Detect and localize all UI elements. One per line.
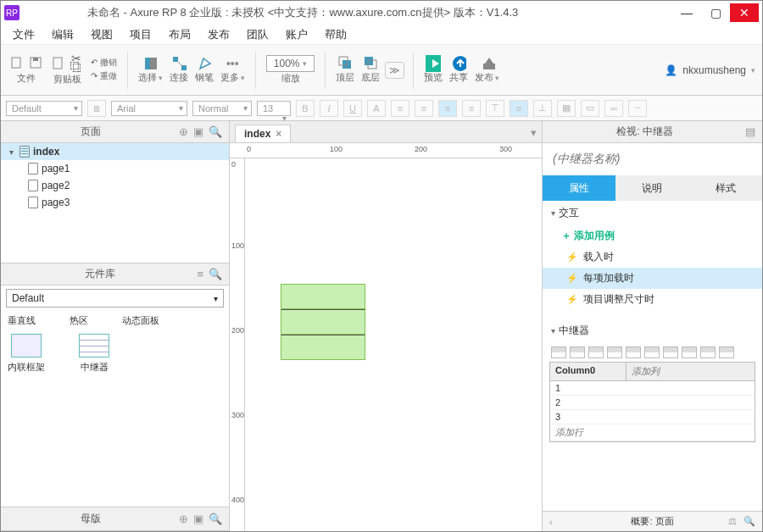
menu-publish[interactable]: 发布	[199, 25, 238, 44]
canvas-menu-icon[interactable]: ▾	[531, 126, 537, 139]
rep-tb-btn[interactable]	[682, 346, 697, 358]
rep-tb-btn[interactable]	[663, 346, 678, 358]
bold-button[interactable]: B	[296, 100, 315, 117]
line-style-button[interactable]: ┈	[628, 100, 647, 117]
fill-color-button[interactable]: ▦	[557, 100, 576, 117]
search-icon[interactable]: 🔍	[744, 516, 755, 527]
preview-icon[interactable]	[426, 56, 441, 71]
repeater-data-table[interactable]: Column0 添加列 1 2 3 添加行	[549, 362, 755, 442]
section-repeater[interactable]: 中继器	[543, 319, 762, 343]
rep-tb-btn[interactable]	[626, 346, 641, 358]
repeater-row[interactable]	[281, 309, 365, 335]
event-item-resize[interactable]: ⚡项目调整尺寸时	[543, 289, 762, 310]
page-row-page3[interactable]: page3	[1, 194, 229, 211]
align-center-button[interactable]: ≡	[438, 100, 457, 117]
widget-name-input[interactable]: (中继器名称)	[543, 143, 762, 175]
rep-tb-btn[interactable]	[551, 346, 566, 358]
add-case-button[interactable]: ＋ 添加用例	[543, 225, 762, 247]
lib-menu-icon[interactable]: ≡	[197, 268, 203, 280]
style-select[interactable]: Default	[6, 101, 82, 116]
add-master-icon[interactable]: ⊕	[179, 513, 188, 525]
pen-icon[interactable]	[197, 56, 212, 71]
chevron-left-icon[interactable]: ‹	[549, 517, 553, 527]
connect-icon[interactable]	[171, 56, 187, 71]
menu-file[interactable]: 文件	[4, 25, 43, 44]
line-width-button[interactable]: ═	[604, 100, 623, 117]
save-icon[interactable]	[28, 55, 43, 70]
widget-iframe[interactable]: 内联框架	[8, 334, 45, 374]
publish-icon[interactable]	[480, 56, 495, 71]
redo-button[interactable]: ↷ 重做	[91, 70, 117, 82]
undo-button[interactable]: ↶ 撤销	[91, 57, 117, 69]
tab-style[interactable]: 样式	[689, 175, 762, 201]
event-onload[interactable]: ⚡载入时	[543, 247, 762, 268]
close-button[interactable]: ✕	[730, 3, 759, 22]
rep-tb-btn[interactable]	[570, 346, 585, 358]
repeater-widget[interactable]	[281, 284, 365, 360]
font-select[interactable]: Arial	[111, 101, 187, 116]
italic-button[interactable]: I	[320, 100, 338, 117]
inspector-settings-icon[interactable]: ▤	[745, 125, 755, 138]
align-left-button[interactable]: ≡	[415, 100, 433, 117]
search-icon[interactable]: 🔍	[209, 268, 222, 280]
valign-bottom-button[interactable]: ⊥	[533, 100, 552, 117]
tab-notes[interactable]: 说明	[615, 175, 688, 201]
close-tab-icon[interactable]: ×	[276, 128, 281, 140]
page-row-page2[interactable]: page2	[1, 177, 229, 194]
menu-edit[interactable]: 编辑	[43, 25, 82, 44]
table-row[interactable]: 2	[550, 396, 755, 410]
bullet-button[interactable]: ≡	[391, 100, 409, 117]
rep-tb-btn[interactable]	[644, 346, 660, 358]
maximize-button[interactable]: ▢	[701, 3, 730, 22]
align-right-button[interactable]: ≡	[462, 100, 481, 117]
canvas[interactable]	[245, 158, 542, 531]
column-header[interactable]: Column0	[550, 363, 627, 380]
menu-team[interactable]: 团队	[238, 25, 277, 44]
collapse-icon[interactable]: ▾	[6, 147, 16, 157]
user-menu[interactable]: 👤 nkxumusheng ▾	[665, 64, 755, 76]
text-color-button[interactable]: A	[367, 100, 386, 117]
rep-tb-btn[interactable]	[588, 346, 604, 358]
repeater-row[interactable]	[281, 335, 365, 360]
search-icon[interactable]: 🔍	[209, 513, 222, 525]
underline-button[interactable]: U	[343, 100, 362, 117]
share-icon[interactable]	[451, 56, 466, 71]
more-icon[interactable]: •••	[225, 56, 240, 71]
table-row[interactable]: 1	[550, 381, 755, 396]
tab-index[interactable]: index ×	[235, 125, 291, 142]
rep-tb-btn[interactable]	[700, 346, 716, 358]
menu-view[interactable]: 视图	[82, 25, 121, 44]
table-row[interactable]: 3	[550, 410, 755, 424]
select-icon[interactable]	[142, 56, 158, 71]
filter-icon[interactable]: ⚖	[728, 516, 737, 527]
line-color-button[interactable]: ▭	[581, 100, 599, 117]
menu-account[interactable]: 账户	[277, 25, 316, 44]
rep-tb-btn[interactable]	[607, 346, 622, 358]
bring-front-icon[interactable]	[337, 56, 353, 71]
event-item-load[interactable]: ⚡每项加载时	[543, 268, 762, 289]
section-interactions[interactable]: 交互	[543, 201, 762, 225]
add-folder-icon[interactable]: ▣	[193, 125, 203, 138]
search-icon[interactable]: 🔍	[209, 125, 222, 138]
widget-repeater[interactable]: 中继器	[79, 334, 109, 374]
weight-select[interactable]: Normal	[192, 101, 252, 116]
page-row-index[interactable]: ▾ index	[1, 143, 229, 160]
valign-mid-button[interactable]: ≡	[510, 100, 528, 117]
tab-properties[interactable]: 属性	[543, 175, 615, 201]
add-page-icon[interactable]: ⊕	[179, 125, 188, 138]
zoom-select[interactable]: 100%▾	[266, 55, 315, 72]
menu-help[interactable]: 帮助	[316, 25, 355, 44]
repeater-row[interactable]	[281, 284, 365, 309]
add-row[interactable]: 添加行	[550, 424, 755, 441]
add-column[interactable]: 添加列	[627, 363, 665, 380]
menu-layout[interactable]: 布局	[160, 25, 199, 44]
page-row-page1[interactable]: page1	[1, 160, 229, 177]
widget-vline[interactable]: 垂直线	[8, 314, 36, 327]
rep-tb-btn[interactable]	[719, 346, 734, 358]
copy-icon[interactable]: ⿻	[69, 63, 84, 71]
add-folder-icon[interactable]: ▣	[193, 513, 203, 525]
new-icon[interactable]	[9, 55, 25, 70]
paste-icon[interactable]	[50, 55, 65, 70]
valign-top-button[interactable]: ⊤	[486, 100, 504, 117]
minimize-button[interactable]: —	[672, 3, 701, 22]
